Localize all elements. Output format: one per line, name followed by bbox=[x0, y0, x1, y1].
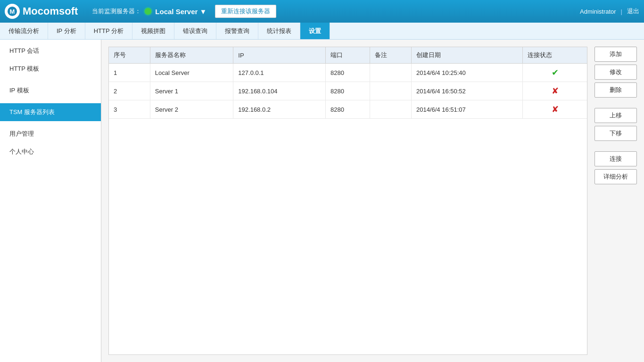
cell-name: Local Server bbox=[150, 64, 233, 82]
table-header-row: 序号 服务器名称 IP 端口 备注 创建日期 连接状态 bbox=[109, 47, 587, 64]
nav-item-alarm[interactable]: 报警查询 bbox=[216, 23, 258, 39]
nav-item-error[interactable]: 错误查询 bbox=[174, 23, 216, 39]
cell-id: 3 bbox=[109, 100, 150, 119]
col-header-id: 序号 bbox=[109, 47, 150, 64]
navbar: 传输流分析 IP 分析 HTTP 分析 视频拼图 错误查询 报警查询 统计报表 … bbox=[0, 23, 644, 40]
logout-link[interactable]: 退出 bbox=[627, 7, 639, 16]
col-header-name: 服务器名称 bbox=[150, 47, 233, 64]
sidebar-item-tsm-server-list[interactable]: TSM 服务器列表 bbox=[0, 103, 101, 121]
sidebar-item-http-session[interactable]: HTTP 会话 bbox=[0, 42, 101, 60]
col-header-port: 端口 bbox=[325, 47, 370, 64]
table-row[interactable]: 2Server 1192.168.0.10482802014/6/4 16:50… bbox=[109, 82, 587, 100]
table-row[interactable]: 3Server 2192.168.0.282802014/6/4 16:51:0… bbox=[109, 100, 587, 119]
nav-item-video[interactable]: 视频拼图 bbox=[132, 23, 174, 39]
detail-button[interactable]: 详细分析 bbox=[594, 169, 637, 184]
button-spacer bbox=[594, 100, 637, 105]
connect-button[interactable]: 连接 bbox=[594, 151, 637, 166]
app-header: M Mocomsoft 当前监测服务器： Local Server ▼ 重新连接… bbox=[0, 0, 644, 23]
cell-id: 1 bbox=[109, 64, 150, 82]
app-title: Mocomsoft bbox=[23, 5, 78, 17]
cell-status: ✔ bbox=[523, 64, 587, 82]
add-button[interactable]: 添加 bbox=[594, 47, 637, 62]
up-button[interactable]: 上移 bbox=[594, 108, 637, 123]
cell-port: 8280 bbox=[325, 82, 370, 100]
cell-ip: 192.168.0.104 bbox=[233, 82, 326, 100]
header-right: Administrator | 退出 bbox=[580, 7, 639, 16]
cell-ip: 127.0.0.1 bbox=[233, 64, 326, 82]
cell-port: 8280 bbox=[325, 64, 370, 82]
sidebar-item-user-management[interactable]: 用户管理 bbox=[0, 125, 101, 143]
status-error-icon: ✘ bbox=[552, 86, 559, 96]
admin-link[interactable]: Administrator bbox=[580, 8, 616, 15]
col-header-remark: 备注 bbox=[370, 47, 411, 64]
status-error-icon: ✘ bbox=[552, 105, 559, 114]
cell-remark bbox=[370, 100, 411, 119]
server-name-text: Local Server bbox=[155, 8, 198, 16]
down-button[interactable]: 下移 bbox=[594, 126, 637, 141]
server-info: 当前监测服务器： Local Server ▼ 重新连接该服务器 bbox=[92, 5, 276, 18]
cell-created: 2014/6/4 16:50:52 bbox=[411, 82, 522, 100]
cell-status: ✘ bbox=[523, 100, 587, 119]
cell-created: 2014/6/4 16:51:07 bbox=[411, 100, 522, 119]
main-layout: HTTP 会话 HTTP 模板 IP 模板 TSM 服务器列表 用户管理 个人中… bbox=[0, 40, 644, 362]
reconnect-button[interactable]: 重新连接该服务器 bbox=[215, 5, 276, 18]
server-label: 当前监测服务器： bbox=[92, 7, 141, 16]
cell-ip: 192.168.0.2 bbox=[233, 100, 326, 119]
edit-button[interactable]: 修改 bbox=[594, 65, 637, 80]
header-divider: | bbox=[621, 8, 622, 15]
sidebar-item-http-template[interactable]: HTTP 模板 bbox=[0, 60, 101, 78]
cell-remark bbox=[370, 82, 411, 100]
nav-item-settings[interactable]: 设置 bbox=[300, 23, 330, 39]
server-name-dropdown[interactable]: Local Server ▼ bbox=[155, 8, 206, 16]
server-table: 序号 服务器名称 IP 端口 备注 创建日期 连接状态 1Local Serve… bbox=[109, 47, 587, 119]
cell-remark bbox=[370, 64, 411, 82]
nav-item-stats[interactable]: 统计报表 bbox=[258, 23, 300, 39]
button-panel: 添加 修改 删除 上移 下移 连接 详细分析 bbox=[594, 47, 637, 355]
col-header-created: 创建日期 bbox=[411, 47, 522, 64]
sidebar: HTTP 会话 HTTP 模板 IP 模板 TSM 服务器列表 用户管理 个人中… bbox=[0, 40, 101, 362]
table-row[interactable]: 1Local Server127.0.0.182802014/6/4 10:25… bbox=[109, 64, 587, 82]
cell-name: Server 1 bbox=[150, 82, 233, 100]
logo-area: M Mocomsoft bbox=[5, 4, 78, 19]
table-body: 1Local Server127.0.0.182802014/6/4 10:25… bbox=[109, 64, 587, 119]
status-ok-icon: ✔ bbox=[552, 68, 559, 77]
sidebar-item-ip-template[interactable]: IP 模板 bbox=[0, 82, 101, 99]
svg-text:M: M bbox=[10, 8, 15, 15]
delete-button[interactable]: 删除 bbox=[594, 82, 637, 98]
col-header-status: 连接状态 bbox=[523, 47, 587, 64]
cell-status: ✘ bbox=[523, 82, 587, 100]
logo-icon: M bbox=[5, 4, 20, 19]
nav-item-http[interactable]: HTTP 分析 bbox=[85, 23, 132, 39]
cell-port: 8280 bbox=[325, 100, 370, 119]
dropdown-arrow-icon: ▼ bbox=[199, 8, 206, 16]
content-area: 序号 服务器名称 IP 端口 备注 创建日期 连接状态 1Local Serve… bbox=[101, 40, 644, 362]
cell-created: 2014/6/4 10:25:40 bbox=[411, 64, 522, 82]
nav-item-transmission[interactable]: 传输流分析 bbox=[0, 23, 48, 39]
col-header-ip: IP bbox=[233, 47, 326, 64]
server-table-container: 序号 服务器名称 IP 端口 备注 创建日期 连接状态 1Local Serve… bbox=[108, 47, 587, 355]
cell-name: Server 2 bbox=[150, 100, 233, 119]
cell-id: 2 bbox=[109, 82, 150, 100]
server-status-icon bbox=[145, 8, 151, 15]
button-spacer-2 bbox=[594, 144, 637, 148]
sidebar-item-personal-center[interactable]: 个人中心 bbox=[0, 143, 101, 161]
nav-item-ip[interactable]: IP 分析 bbox=[48, 23, 85, 39]
